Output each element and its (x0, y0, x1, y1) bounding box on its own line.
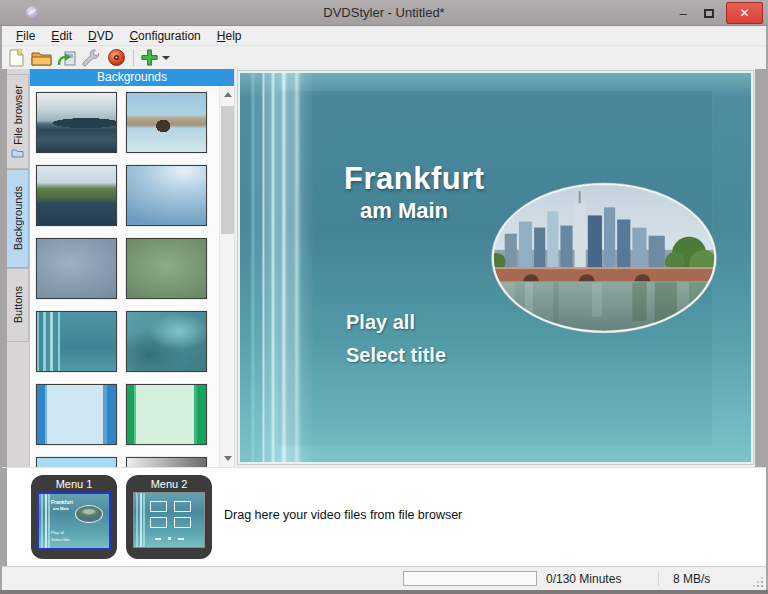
menu2-label: Menu 2 (126, 478, 212, 490)
sidebar-tabstrip: File browser Backgrounds Buttons (7, 69, 30, 467)
window-frame: File Edit DVD Configuration Help File br… (0, 26, 768, 590)
select-title-button[interactable]: Select title (346, 344, 446, 367)
background-thumbnail[interactable] (126, 457, 207, 467)
background-thumbnail[interactable] (36, 92, 117, 153)
menubar: File Edit DVD Configuration Help (2, 26, 766, 46)
burn-button[interactable] (104, 47, 129, 69)
toolbar (2, 46, 766, 69)
menu-edit[interactable]: Edit (43, 27, 80, 45)
dvdstyler-window: DVDStyler - Untitled* – ✕ File Edit DVD … (0, 0, 768, 594)
background-thumbnail[interactable] (36, 238, 117, 299)
menu1-thumbnail[interactable]: Menu 1 Frankfurt am Main Play all Select… (31, 475, 117, 559)
maximize-icon (704, 9, 714, 18)
app-icon (26, 6, 39, 19)
backgrounds-panel-header: Backgrounds (30, 69, 234, 86)
menu-help[interactable]: Help (209, 27, 250, 45)
background-thumbnail[interactable] (36, 165, 117, 226)
save-project-button[interactable] (54, 47, 79, 69)
bitrate-status: 8 MB/s (673, 572, 710, 586)
timeline-left-gutter (2, 468, 7, 566)
menu-configuration[interactable]: Configuration (121, 27, 208, 45)
new-project-button[interactable] (4, 47, 29, 69)
menu-preview[interactable]: Frankfurt am Main (238, 71, 753, 464)
play-all-button[interactable]: Play all (346, 311, 415, 334)
scroll-down-arrow-icon[interactable] (220, 451, 235, 466)
menu-subtitle-text[interactable]: am Main (360, 198, 448, 224)
tab-file-browser[interactable]: File browser (7, 74, 29, 169)
add-file-button[interactable] (138, 47, 172, 69)
timeline-panel[interactable]: Menu 1 Frankfurt am Main Play all Select… (2, 467, 766, 566)
window-bottom-border (0, 590, 768, 594)
menu1-label: Menu 1 (31, 478, 117, 490)
open-folder-icon (31, 49, 52, 66)
plus-icon (140, 48, 159, 67)
duration-status: 0/130 Minutes (546, 572, 621, 586)
capacity-progress-bar (403, 571, 537, 586)
scroll-up-arrow-icon[interactable] (220, 87, 235, 102)
mini-nav-buttons (134, 537, 204, 540)
mini-menu-subtitle: am Main (53, 506, 69, 511)
titlebar[interactable]: DVDStyler - Untitled* – ✕ (0, 0, 768, 26)
toolbar-separator (133, 49, 134, 66)
window-controls: – ✕ (670, 0, 763, 26)
save-export-icon (56, 49, 77, 67)
menu-title-text[interactable]: Frankfurt (344, 161, 485, 197)
minimize-button[interactable]: – (670, 2, 696, 24)
background-thumbnail[interactable] (126, 311, 207, 372)
backgrounds-scrollbar[interactable] (219, 86, 234, 467)
mini-title-grid (150, 501, 191, 528)
mini-oval-image (75, 505, 103, 523)
wrench-icon (82, 48, 101, 67)
background-thumbnail[interactable] (126, 384, 207, 445)
mini-stripes (41, 494, 51, 548)
menu2-screen (133, 492, 205, 548)
mini-select-title: Select title (51, 537, 69, 542)
menu2-thumbnail[interactable]: Menu 2 (126, 475, 212, 559)
background-thumbnail[interactable] (126, 238, 207, 299)
mini-play-all: Play all (51, 530, 64, 535)
resize-grip[interactable] (753, 577, 763, 587)
backgrounds-grid (30, 86, 234, 467)
statusbar: 0/130 Minutes 8 MB/s (2, 566, 766, 590)
tab-backgrounds[interactable]: Backgrounds (7, 169, 29, 268)
chevron-down-icon[interactable] (162, 56, 170, 60)
scrollbar-thumb[interactable] (221, 106, 234, 234)
settings-button[interactable] (79, 47, 104, 69)
menu-file[interactable]: File (8, 27, 43, 45)
background-thumbnail[interactable] (36, 384, 117, 445)
maximize-button[interactable] (696, 2, 722, 24)
menu-editor-area: Frankfurt am Main (235, 69, 755, 467)
burn-disc-icon (107, 48, 126, 67)
window-title: DVDStyler - Untitled* (0, 5, 768, 20)
folder-icon (11, 148, 24, 158)
background-thumbnail[interactable] (126, 92, 207, 153)
right-gutter (755, 69, 766, 467)
open-project-button[interactable] (29, 47, 54, 69)
close-button[interactable]: ✕ (726, 2, 763, 24)
frankfurt-oval-image[interactable] (490, 181, 718, 335)
menu-dvd[interactable]: DVD (80, 27, 121, 45)
new-document-icon (8, 48, 25, 67)
backgrounds-panel: Backgrounds (30, 69, 235, 467)
background-thumbnail[interactable] (126, 165, 207, 226)
menu1-screen: Frankfurt am Main Play all Select title (37, 492, 111, 550)
background-thumbnail[interactable] (36, 457, 117, 467)
statusbar-separator (658, 571, 659, 586)
workspace: File browser Backgrounds Buttons Backgro… (2, 69, 766, 467)
mini-menu-title: Frankfurt (51, 500, 73, 505)
background-thumbnail[interactable] (36, 311, 117, 372)
drop-hint-text: Drag here your video files from file bro… (224, 508, 462, 522)
tab-buttons[interactable]: Buttons (7, 268, 29, 342)
